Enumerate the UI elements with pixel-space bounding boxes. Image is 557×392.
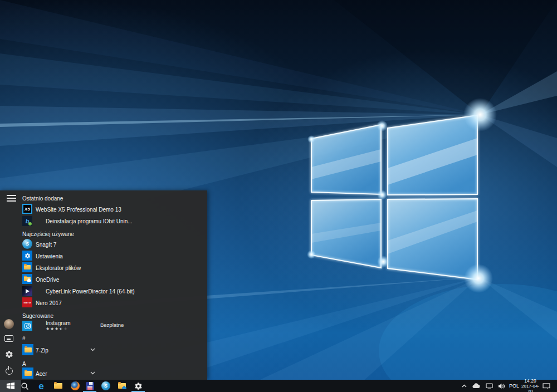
app-item-label-block: Instagram	[46, 321, 70, 331]
app-item-powerdirector[interactable]: CyberLink PowerDirector 14 (64-bit)	[22, 286, 203, 297]
section-header-suggested: Sugerowane	[22, 313, 53, 319]
onedrive-cloud-icon[interactable]	[471, 380, 482, 392]
onedrive-tile-icon	[22, 274, 32, 284]
floppy-app-icon[interactable]	[81, 380, 98, 392]
app-group-acer[interactable]: Acer	[22, 367, 203, 380]
language-indicator[interactable]: POL	[507, 380, 521, 392]
search-icon[interactable]	[16, 380, 33, 392]
clock[interactable]: 14:20 2017-04-20	[520, 380, 541, 392]
hamburger-menu-button[interactable]	[7, 195, 16, 202]
instagram-icon	[22, 321, 32, 331]
app-item-label: Eksplorator plików	[36, 265, 81, 271]
taskbar: e S	[0, 380, 557, 392]
price-badge: Bezpłatne	[100, 322, 124, 328]
power-icon[interactable]	[4, 366, 13, 375]
user-avatar[interactable]	[4, 319, 14, 329]
settings-rail-icon[interactable]	[4, 350, 13, 359]
website-x5-icon: X5	[22, 204, 32, 214]
chevron-down-icon	[90, 348, 95, 351]
app-item-snagit[interactable]: S SnagIt 7	[22, 239, 203, 250]
app-item-label: CyberLink PowerDirector 14 (64-bit)	[46, 288, 135, 295]
app-item-label: WebSite X5 Professional Demo 13	[36, 207, 121, 213]
settings-tile-icon	[22, 251, 32, 261]
settings-taskbar-icon[interactable]	[130, 380, 146, 392]
section-header-most-used: Najczęściej używane	[22, 231, 74, 237]
iobit-uninstaller-icon: b	[22, 216, 32, 226]
section-header-hash: #	[22, 335, 26, 341]
app-item-label: 7-Zip	[36, 347, 48, 354]
action-center-icon[interactable]	[539, 380, 554, 392]
powerdirector-icon	[22, 286, 32, 296]
edge-icon[interactable]: e	[33, 380, 50, 392]
app-item-label: Ustawienia	[36, 253, 63, 259]
app-item-label: Acer	[36, 371, 47, 377]
section-header-a: A	[22, 361, 26, 367]
snagit-icon: S	[22, 239, 32, 249]
app-item-label: OneDrive	[36, 277, 59, 283]
file-explorer-taskbar-icon[interactable]	[50, 380, 66, 392]
rating-stars	[46, 327, 68, 331]
onedrive-taskbar-icon[interactable]	[114, 380, 130, 392]
app-item-nero[interactable]: nero Nero 2017	[22, 297, 203, 308]
chevron-down-icon	[90, 371, 95, 375]
app-item-label: Instagram	[46, 321, 70, 326]
app-item-file-explorer[interactable]: Eksplorator plików	[22, 262, 203, 273]
app-item-instagram[interactable]: Instagram Bezpłatne	[22, 320, 203, 332]
date-text: 2017-04-20	[520, 384, 541, 392]
section-header-recently-added: Ostatnio dodane	[22, 195, 63, 202]
start-menu: Ostatnio dodane X5 WebSite X5 Profession…	[0, 190, 207, 380]
hidden-icons-chevron-icon[interactable]	[459, 380, 469, 392]
app-item-label: SnagIt 7	[36, 242, 56, 248]
desktop: Ostatnio dodane X5 WebSite X5 Profession…	[0, 0, 557, 392]
app-item-iobit-uninstaller[interactable]: b Deinstalacja programu IObit Unin...	[22, 215, 203, 227]
volume-icon[interactable]	[496, 380, 507, 392]
snagit-taskbar-icon[interactable]: S	[97, 380, 114, 392]
file-explorer-rail-icon[interactable]	[4, 335, 13, 342]
7zip-folder-icon	[22, 344, 33, 355]
app-item-website-x5[interactable]: X5 WebSite X5 Professional Demo 13	[22, 204, 203, 215]
time-text: 14:20	[524, 379, 536, 384]
acer-folder-icon	[22, 367, 33, 379]
nero-icon: nero	[22, 297, 32, 307]
app-item-onedrive[interactable]: OneDrive	[22, 274, 203, 285]
app-item-label: Deinstalacja programu IObit Unin...	[46, 218, 133, 224]
app-item-label: Nero 2017	[36, 300, 62, 306]
windows-logo-icon	[6, 381, 15, 390]
network-icon[interactable]	[484, 380, 494, 392]
app-item-settings[interactable]: Ustawienia	[22, 251, 203, 262]
app-group-7zip[interactable]: 7-Zip	[22, 344, 203, 356]
file-explorer-tile-icon	[22, 262, 32, 272]
